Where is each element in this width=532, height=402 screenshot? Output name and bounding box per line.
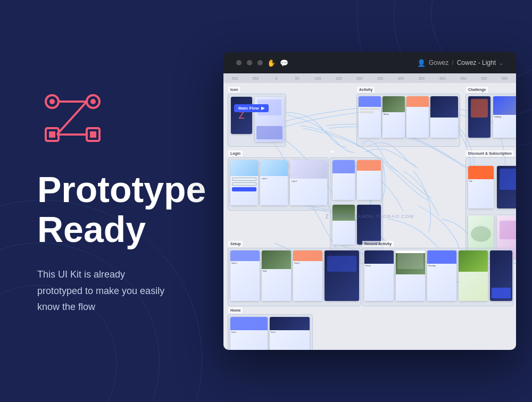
ruler-mark: 350: [411, 77, 432, 80]
ruler-marks: 500 550 0 50 100 150 200 250 300 350 400…: [223, 77, 516, 80]
screen-inner: [497, 166, 516, 208]
screen-activity-2[interactable]: Activity: [383, 96, 405, 138]
screen-inner: [357, 205, 381, 245]
screen-record-1[interactable]: Record: [364, 250, 394, 301]
ruler-mark: 0: [266, 77, 287, 80]
screen-home-2[interactable]: Home /: [270, 317, 310, 350]
screen-inner: Setup 3: [293, 250, 322, 301]
screen-challenge-2[interactable]: Challenge: [493, 96, 516, 138]
screen-challenge-1[interactable]: [468, 96, 491, 138]
frame-group-activity: Activity Activity: [356, 94, 460, 147]
svg-point-3: [90, 99, 96, 104]
frame-label-icon: Icon: [228, 87, 240, 93]
ruler-mark: 250: [370, 77, 390, 80]
window-dot-2: [247, 60, 252, 65]
ruler: 500 550 0 50 100 150 200 250 300 350 400…: [223, 73, 516, 83]
browser-mockup: ✋ 💬 👤 Gowez / Cowez - Light ⌄ 500 550 0 …: [223, 52, 516, 350]
svg-point-1: [49, 99, 55, 104]
screen-inner: [325, 250, 359, 301]
screen-mid-3[interactable]: [332, 205, 355, 245]
avatar-icon: 👤: [417, 59, 426, 67]
screen-inner: [396, 253, 425, 301]
screen-setup-1[interactable]: Setup 1: [230, 250, 260, 301]
ruler-mark: 400: [432, 77, 453, 80]
svg-line-5: [57, 102, 87, 135]
screen-record-4[interactable]: [459, 250, 488, 301]
chevron-down-icon[interactable]: ⌄: [499, 60, 503, 66]
svg-rect-8: [49, 131, 55, 138]
hand-tool-icon[interactable]: ✋: [267, 59, 276, 67]
comment-icon[interactable]: 💬: [280, 59, 288, 67]
frame-group-setup: Setup Setup 1 Selfie: [228, 248, 361, 306]
svg-rect-10: [90, 131, 96, 138]
browser-window-controls: [236, 60, 263, 65]
screen-activity-4[interactable]: [430, 96, 458, 138]
screen-inner: Recording: [427, 250, 456, 301]
ruler-mark: 100: [307, 77, 328, 80]
browser-canvas[interactable]: 500 550 0 50 100 150 200 250 300 350 400…: [223, 73, 516, 350]
screen-discount-2[interactable]: [497, 166, 516, 208]
screen-onboard-1[interactable]: Z: [231, 97, 252, 134]
frame-group-record: Record Activity Record: [362, 248, 513, 306]
ruler-mark: 300: [390, 77, 411, 80]
right-panel: ✋ 💬 👤 Gowez / Cowez - Light ⌄ 500 550 0 …: [218, 0, 532, 402]
screen-inner: [332, 205, 355, 245]
screen-setup-4[interactable]: [325, 250, 359, 301]
screen-login-1[interactable]: [230, 160, 258, 205]
screen-record-3[interactable]: Recording: [427, 250, 456, 301]
frame-group-home: Home Home / Home /: [228, 314, 313, 350]
screen-inner: [468, 96, 491, 138]
browser-title-bar: 👤 Gowez / Cowez - Light ⌄: [293, 59, 509, 67]
screen-activity-1[interactable]: [359, 96, 381, 138]
screen-mid-1[interactable]: [332, 160, 355, 200]
screen-inner: Challenge: [493, 96, 516, 138]
screen-setup-3[interactable]: Setup 3: [293, 250, 322, 301]
ruler-mark: 50: [287, 77, 307, 80]
play-icon: ▶: [261, 106, 264, 111]
screen-inner: [230, 160, 258, 205]
screen-home-1[interactable]: Home /: [230, 317, 268, 350]
watermark-text: 早道大咖 IAMDK.TAOBAO.COM: [332, 213, 414, 220]
frame-label-discount: Discount & Subscription: [466, 150, 514, 156]
screen-onboard-2[interactable]: [255, 97, 284, 142]
frame-group-icon: Icon Z: [228, 94, 286, 147]
screen-mid-2[interactable]: [357, 160, 381, 200]
ruler-mark: 450: [453, 77, 473, 80]
screen-record-5[interactable]: [490, 250, 512, 301]
screen-inner: Activity: [383, 96, 405, 138]
desc-line1: This UI Kit is already: [37, 269, 125, 280]
screen-setup-2[interactable]: Selfie: [262, 250, 291, 301]
z-logo-icon: [37, 87, 106, 150]
frame-label-middle: [330, 150, 335, 153]
screen-record-2[interactable]: [396, 250, 425, 301]
frame-label-login: Login: [228, 150, 243, 156]
watermark-symbol: Z: [326, 214, 329, 220]
browser-user: Gowez: [429, 59, 448, 66]
screen-inner: [490, 250, 512, 301]
screen-mid-4[interactable]: [357, 205, 381, 245]
ruler-mark: 200: [349, 77, 370, 80]
left-panel: Prototype Ready This UI Kit is already p…: [0, 0, 223, 402]
screen-inner: [332, 160, 355, 200]
window-dot-1: [236, 60, 242, 65]
frame-group-challenge: Challenge Challenge: [466, 94, 516, 147]
main-flow-label: Main Flow: [238, 106, 259, 111]
screen-inner: Login 2: [260, 160, 288, 205]
title-line1: Prototype: [37, 170, 192, 210]
screen-login-3[interactable]: Login 3: [290, 160, 327, 205]
screen-activity-3[interactable]: [406, 96, 429, 138]
screen-discount-1[interactable]: Plan: [468, 166, 494, 208]
screen-login-2[interactable]: Login 2: [260, 160, 288, 205]
title-line2: Ready: [37, 210, 192, 249]
screen-inner: Setup 1: [230, 250, 260, 301]
frame-group-login: Login: [228, 157, 329, 211]
desc-line3: know the flow: [37, 302, 95, 312]
description: This UI Kit is already prototyped to mak…: [37, 266, 192, 315]
frame-label-home: Home: [228, 307, 243, 313]
frame-label-setup: Setup: [228, 241, 243, 247]
browser-file: Cowez - Light: [457, 59, 496, 66]
frame-label-activity: Activity: [357, 87, 375, 93]
main-flow-button[interactable]: Main Flow ▶: [234, 104, 269, 112]
screen-inner: [255, 97, 284, 142]
screen-inner: Home /: [270, 317, 310, 350]
